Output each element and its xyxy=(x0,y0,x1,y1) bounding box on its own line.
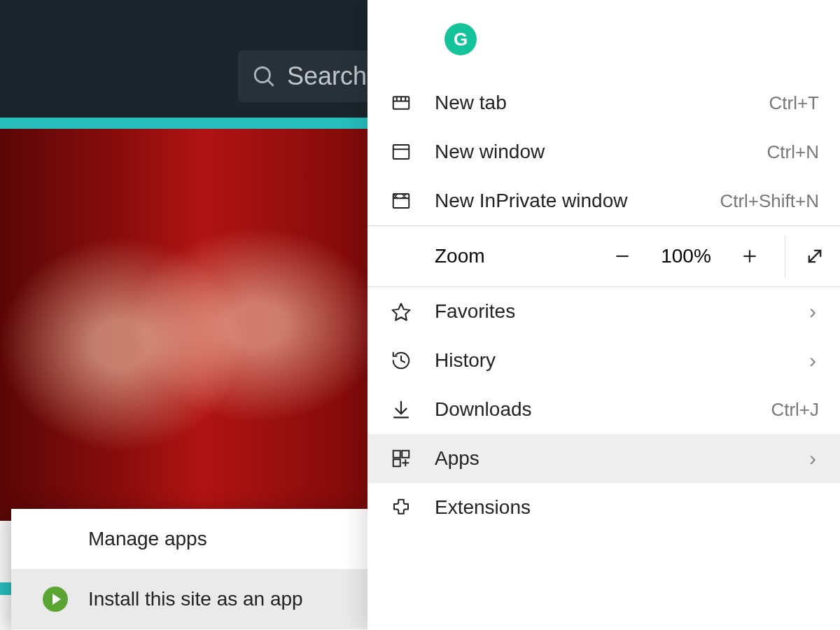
apps-icon xyxy=(383,448,419,469)
manage-apps-item[interactable]: Manage apps xyxy=(11,509,368,569)
menu-item-label: History xyxy=(419,349,809,372)
zoom-in-button[interactable] xyxy=(724,247,775,265)
chevron-right-icon: › xyxy=(809,349,819,372)
chevron-right-icon: › xyxy=(809,300,819,323)
browser-menu: G New tab Ctrl+T New window Ctrl+N New I… xyxy=(368,0,840,630)
new-window-item[interactable]: New window Ctrl+N xyxy=(368,127,840,176)
divider xyxy=(785,235,785,277)
menu-item-shortcut: Ctrl+T xyxy=(769,92,820,114)
svg-rect-7 xyxy=(393,145,410,159)
zoom-row: Zoom 100% xyxy=(368,225,840,287)
search-placeholder: Search xyxy=(287,62,367,91)
new-tab-item[interactable]: New tab Ctrl+T xyxy=(368,78,840,127)
inprivate-icon xyxy=(383,190,419,211)
download-icon xyxy=(383,399,419,420)
zoom-out-button[interactable] xyxy=(597,247,648,265)
install-site-as-app-item[interactable]: Install this site as an app xyxy=(11,569,368,629)
menu-item-shortcut: Ctrl+J xyxy=(771,399,819,421)
install-app-icon xyxy=(42,586,69,612)
badge-letter: G xyxy=(454,29,468,50)
menu-item-label: Install this site as an app xyxy=(88,588,303,610)
menu-item-label: New window xyxy=(419,141,767,163)
extensions-icon xyxy=(383,497,419,518)
svg-rect-19 xyxy=(402,451,409,458)
history-item[interactable]: History › xyxy=(368,336,840,385)
svg-line-1 xyxy=(268,80,273,85)
svg-marker-15 xyxy=(393,304,410,321)
history-icon xyxy=(383,350,419,371)
menu-item-label: Apps xyxy=(419,447,809,470)
new-tab-icon xyxy=(383,92,419,113)
star-icon xyxy=(383,301,419,322)
menu-item-label: New tab xyxy=(419,92,769,114)
zoom-value: 100% xyxy=(648,245,724,267)
grammarly-extension-icon[interactable]: G xyxy=(444,23,477,55)
chevron-right-icon: › xyxy=(809,447,819,470)
menu-item-label: Favorites xyxy=(419,300,809,323)
zoom-label: Zoom xyxy=(368,245,597,267)
svg-rect-18 xyxy=(393,451,400,458)
fullscreen-button[interactable] xyxy=(790,246,840,266)
new-inprivate-window-item[interactable]: New InPrivate window Ctrl+Shift+N xyxy=(368,176,840,225)
svg-line-14 xyxy=(809,251,820,262)
search-icon xyxy=(252,64,276,88)
accent-strip xyxy=(0,118,368,129)
menu-item-label: Manage apps xyxy=(88,528,207,550)
menu-item-label: Extensions xyxy=(419,496,819,519)
svg-rect-20 xyxy=(393,459,400,466)
menu-item-shortcut: Ctrl+N xyxy=(767,141,819,163)
extensions-item[interactable]: Extensions xyxy=(368,483,840,532)
new-window-icon xyxy=(383,141,419,162)
downloads-item[interactable]: Downloads Ctrl+J xyxy=(368,385,840,434)
hero-image[interactable] xyxy=(0,129,368,521)
favorites-item[interactable]: Favorites › xyxy=(368,287,840,336)
menu-header: G xyxy=(368,0,840,78)
menu-item-shortcut: Ctrl+Shift+N xyxy=(720,190,819,212)
apps-item[interactable]: Apps › xyxy=(368,434,840,483)
menu-item-label: New InPrivate window xyxy=(419,190,720,212)
menu-item-label: Downloads xyxy=(419,398,771,421)
apps-submenu: Manage apps Install this site as an app xyxy=(11,509,368,630)
